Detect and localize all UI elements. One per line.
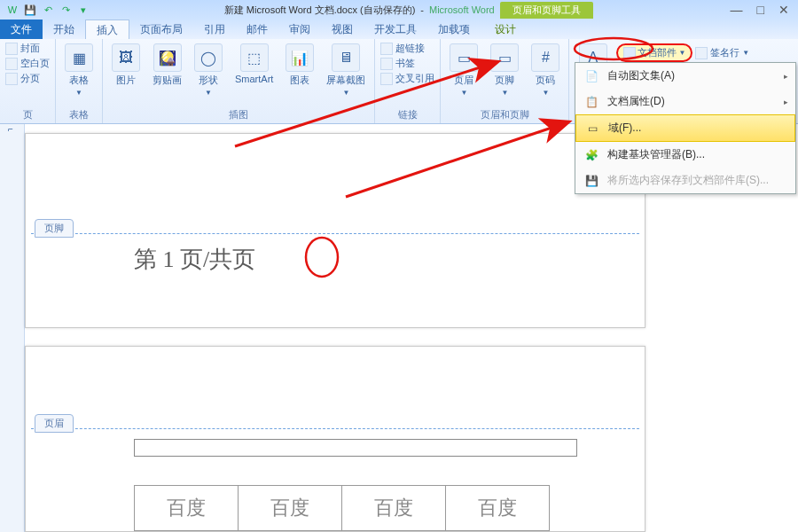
tab-developer[interactable]: 开发工具 xyxy=(364,20,427,39)
footer-text[interactable]: 第 1 页/共页 xyxy=(134,244,255,275)
footer-boundary xyxy=(31,233,639,234)
footer-tag: 页脚 xyxy=(35,219,74,238)
docprop-icon: 📋 xyxy=(583,96,600,108)
tab-design[interactable]: 设计 xyxy=(484,20,527,39)
page-1[interactable]: 页脚 第 1 页/共页 xyxy=(25,133,645,328)
save-selection-icon: 💾 xyxy=(583,175,600,187)
group-header-footer: ▭页眉▼ ▭页脚▼ #页码▼ 页眉和页脚 xyxy=(441,39,569,123)
shapes-button[interactable]: ◯形状▼ xyxy=(191,42,226,98)
header-icon: ▭ xyxy=(450,43,478,72)
titlebar: W 💾 ↶ ↷ ▾ 新建 Microsoft Word 文档.docx (自动保… xyxy=(0,0,798,20)
page-break-button[interactable]: 分页 xyxy=(5,72,50,85)
tab-mailings[interactable]: 邮件 xyxy=(236,20,278,39)
footer-button[interactable]: ▭页脚▼ xyxy=(487,42,522,98)
footer-icon: ▭ xyxy=(490,43,519,72)
ribbon-tabs: 文件 开始 插入 页面布局 引用 邮件 审阅 视图 开发工具 加载项 设计 xyxy=(0,20,798,39)
blocks-icon: 🧩 xyxy=(583,149,600,161)
minimize-button[interactable]: — xyxy=(731,3,743,17)
page-number-button[interactable]: #页码▼ xyxy=(528,42,563,98)
quick-parts-button[interactable]: 文档部件▼ xyxy=(616,43,692,62)
group-pages: 封面 空白页 分页 页 xyxy=(0,39,56,123)
tab-view[interactable]: 视图 xyxy=(321,20,364,39)
close-button[interactable]: ✕ xyxy=(778,3,789,17)
table-cell[interactable]: 百度 xyxy=(134,485,239,531)
maximize-button[interactable]: □ xyxy=(757,3,764,17)
header-table-top[interactable] xyxy=(134,439,577,457)
cover-page-button[interactable]: 封面 xyxy=(5,42,50,55)
group-label-links: 链接 xyxy=(398,106,418,123)
tab-file[interactable]: 文件 xyxy=(0,20,43,39)
page-number-icon: # xyxy=(531,43,559,72)
picture-icon: 🖼 xyxy=(112,43,140,72)
qat-more-icon[interactable]: ▾ xyxy=(76,3,90,17)
clipart-icon: 🎑 xyxy=(153,43,182,72)
signature-line-button[interactable]: 签名行 xyxy=(710,46,739,59)
table-cell[interactable]: 百度 xyxy=(238,485,342,531)
group-tables: ▦表格▼ 表格 xyxy=(56,39,103,123)
tab-home[interactable]: 开始 xyxy=(43,20,85,39)
undo-icon[interactable]: ↶ xyxy=(41,3,55,17)
screenshot-button[interactable]: 🖥屏幕截图▼ xyxy=(323,42,369,98)
redo-icon[interactable]: ↷ xyxy=(59,3,73,17)
quick-access-toolbar: W 💾 ↶ ↷ ▾ xyxy=(0,3,96,17)
word-icon: W xyxy=(5,3,20,17)
quick-parts-icon xyxy=(623,47,636,59)
hyperlink-button[interactable]: 超链接 xyxy=(380,42,434,55)
tab-references[interactable]: 引用 xyxy=(193,20,236,39)
save-icon[interactable]: 💾 xyxy=(23,3,37,17)
chart-button[interactable]: 📊图表 xyxy=(282,42,317,89)
tab-insert[interactable]: 插入 xyxy=(85,20,129,39)
vertical-ruler xyxy=(0,124,25,532)
header-tag: 页眉 xyxy=(35,414,74,433)
table-icon: ▦ xyxy=(65,43,93,72)
bookmark-button[interactable]: 书签 xyxy=(380,57,434,70)
document-title: 新建 Microsoft Word 文档.docx (自动保存的) xyxy=(224,4,416,17)
field-icon: ▭ xyxy=(583,122,601,135)
menu-save-selection: 💾 将所选内容保存到文档部件库(S)... xyxy=(575,168,795,193)
group-label-illustrations: 插图 xyxy=(229,106,248,123)
table-button[interactable]: ▦表格▼ xyxy=(61,42,97,98)
menu-autotext[interactable]: 📄 自动图文集(A)▸ xyxy=(575,63,795,89)
tab-addins[interactable]: 加载项 xyxy=(427,20,481,39)
app-name: Microsoft Word xyxy=(429,4,495,15)
smartart-icon: ⬚ xyxy=(240,43,269,72)
menu-doc-property[interactable]: 📋 文档属性(D)▸ xyxy=(575,89,795,114)
group-label-pages: 页 xyxy=(23,106,33,123)
autotext-icon: 📄 xyxy=(583,70,600,82)
menu-building-blocks[interactable]: 🧩 构建基块管理器(B)... xyxy=(575,142,795,168)
chart-icon: 📊 xyxy=(286,43,314,72)
tab-layout[interactable]: 页面布局 xyxy=(129,20,193,39)
document-area: 页脚 第 1 页/共页 页眉 百度 百度 百度 百度 xyxy=(25,133,645,532)
page-2[interactable]: 页眉 百度 百度 百度 百度 xyxy=(25,346,645,532)
menu-field[interactable]: ▭ 域(F)... xyxy=(575,114,795,142)
header-table-cells[interactable]: 百度 百度 百度 百度 xyxy=(134,485,549,531)
signature-icon xyxy=(695,47,708,59)
crossref-button[interactable]: 交叉引用 xyxy=(380,72,434,85)
group-label-tables: 表格 xyxy=(69,106,89,123)
clipart-button[interactable]: 🎑剪贴画 xyxy=(149,42,185,89)
tab-review[interactable]: 审阅 xyxy=(278,20,321,39)
group-illustrations: 🖼图片 🎑剪贴画 ◯形状▼ ⬚SmartArt 📊图表 🖥屏幕截图▼ 插图 xyxy=(103,39,375,123)
group-label-header-footer: 页眉和页脚 xyxy=(481,106,529,123)
tab-selector[interactable]: ⌐ xyxy=(0,124,21,135)
picture-button[interactable]: 🖼图片 xyxy=(108,42,144,89)
quick-parts-menu: 📄 自动图文集(A)▸ 📋 文档属性(D)▸ ▭ 域(F)... 🧩 构建基块管… xyxy=(575,62,796,194)
header-button[interactable]: ▭页眉▼ xyxy=(446,42,481,98)
contextual-tool-label: 页眉和页脚工具 xyxy=(500,2,593,19)
table-cell[interactable]: 百度 xyxy=(341,485,446,531)
shapes-icon: ◯ xyxy=(194,43,223,72)
table-cell[interactable]: 百度 xyxy=(445,485,550,531)
smartart-button[interactable]: ⬚SmartArt xyxy=(231,42,277,86)
header-boundary xyxy=(31,428,639,429)
blank-page-button[interactable]: 空白页 xyxy=(5,57,50,70)
group-links: 超链接 书签 交叉引用 链接 xyxy=(375,39,441,123)
screenshot-icon: 🖥 xyxy=(332,43,360,72)
